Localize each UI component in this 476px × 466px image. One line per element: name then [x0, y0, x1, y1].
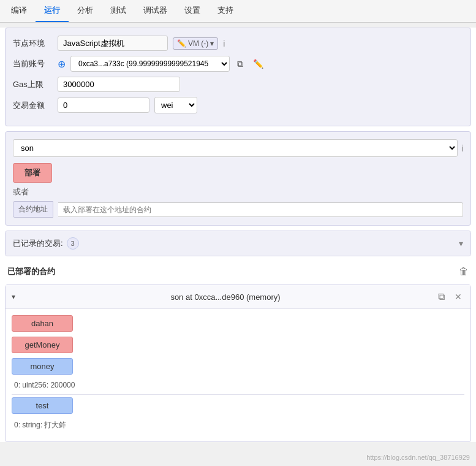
main-content: 节点环境 ✏️ VM (-) ▾ i 当前账号 ⊕ 0xca3...a733c … [0, 28, 476, 442]
menu-run[interactable]: 运行 [36, 0, 69, 22]
env-label: 节点环境 [13, 38, 53, 49]
transactions-section: 已记录的交易: 3 ▾ [5, 231, 471, 256]
divider-1 [12, 394, 464, 395]
instance-toggle-btn[interactable]: ▾ [12, 292, 15, 301]
transactions-title: 已记录的交易: 3 [13, 237, 79, 250]
close-instance-btn[interactable]: ✕ [452, 291, 464, 303]
deployed-title: 已部署的合约 [7, 266, 55, 277]
gas-row: Gas上限 [13, 77, 463, 92]
addr-label: 合约地址 [13, 201, 53, 218]
gas-label: Gas上限 [13, 79, 53, 90]
copy-account-btn[interactable]: ⧉ [235, 58, 246, 71]
menu-test[interactable]: 测试 [102, 0, 135, 22]
account-select[interactable]: 0xca3...a733c (99.99999999999521945 [70, 56, 230, 72]
functions-area: dahan getMoney money 0: uint256: 200000 … [6, 309, 470, 441]
transactions-title-text: 已记录的交易: [13, 238, 63, 249]
menu-analyze[interactable]: 分析 [69, 0, 102, 22]
deploy-section: 节点环境 ✏️ VM (-) ▾ i 当前账号 ⊕ 0xca3...a733c … [5, 28, 471, 126]
menu-compile[interactable]: 编译 [2, 0, 36, 22]
account-row: 当前账号 ⊕ 0xca3...a733c (99.999999999995219… [13, 56, 463, 72]
vm-badge-text: VM (-) [188, 39, 208, 48]
unit-select[interactable]: wei gwei finney ether [154, 97, 197, 113]
deployed-header: 已部署的合约 🗑 [5, 261, 471, 282]
transactions-chevron-icon: ▾ [459, 239, 463, 248]
watermark: https://blog.csdn.net/qq_38716929 [366, 454, 470, 461]
copy-instance-btn[interactable]: ⧉ [436, 290, 447, 304]
contract-section: son i 部署 或者 合约地址 [5, 131, 471, 226]
value-input[interactable] [58, 97, 149, 113]
fn-btn-getmoney[interactable]: getMoney [12, 337, 73, 353]
menu-support[interactable]: 支持 [209, 0, 242, 22]
test-result-text: 0: string: 打大鲊 [14, 420, 66, 430]
deploy-button[interactable]: 部署 [13, 163, 52, 183]
value-row: 交易金额 wei gwei finney ether [13, 97, 463, 113]
vm-badge: ✏️ VM (-) ▾ [173, 37, 218, 50]
env-info-icon[interactable]: i [223, 39, 225, 48]
env-input[interactable] [58, 36, 168, 51]
fn-btn-money[interactable]: money [12, 358, 73, 375]
transactions-header[interactable]: 已记录的交易: 3 ▾ [6, 231, 470, 256]
account-label: 当前账号 [13, 58, 53, 69]
menu-bar: 编译 运行 分析 测试 调试器 设置 支持 [0, 0, 476, 23]
money-result: 0: uint256: 200000 [12, 380, 464, 391]
or-text: 或者 [13, 186, 463, 197]
fn-btn-dahan[interactable]: dahan [12, 315, 73, 332]
instance-name: son at 0xcca...de960 (memory) [20, 292, 431, 302]
value-label: 交易金额 [13, 100, 53, 111]
gas-input[interactable] [58, 77, 180, 92]
env-row: 节点环境 ✏️ VM (-) ▾ i [13, 36, 463, 51]
money-result-text: 0: uint256: 200000 [14, 381, 75, 389]
menu-debugger[interactable]: 调试器 [135, 0, 176, 22]
contract-info-icon[interactable]: i [461, 143, 463, 153]
trash-icon[interactable]: 🗑 [459, 266, 469, 277]
deployed-section: 已部署的合约 🗑 ▾ son at 0xcca...de960 (memory)… [5, 261, 471, 442]
contract-dropdown[interactable]: son [13, 139, 458, 157]
add-account-icon[interactable]: ⊕ [58, 58, 66, 70]
contract-addr-row: 合约地址 [13, 201, 463, 218]
edit-account-btn[interactable]: ✏️ [251, 58, 266, 70]
test-result: 0: string: 打大鲊 [12, 419, 464, 432]
addr-input[interactable] [58, 202, 463, 217]
menu-settings[interactable]: 设置 [176, 0, 209, 22]
transactions-count-badge: 3 [67, 237, 79, 250]
contract-select-row: son i [13, 139, 463, 157]
fn-btn-test[interactable]: test [12, 397, 73, 414]
instance-header: ▾ son at 0xcca...de960 (memory) ⧉ ✕ [6, 285, 470, 309]
contract-instance: ▾ son at 0xcca...de960 (memory) ⧉ ✕ daha… [5, 285, 471, 442]
